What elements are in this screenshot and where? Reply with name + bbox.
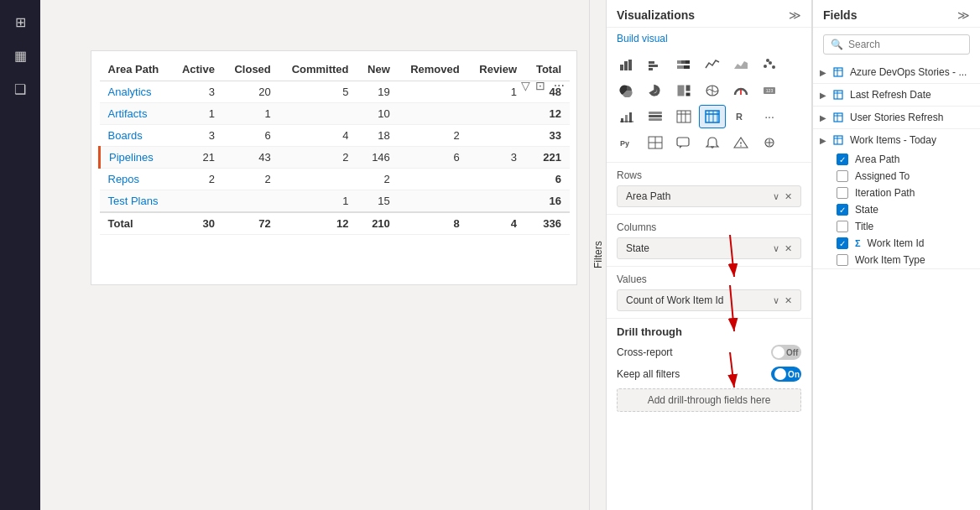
cross-report-toggle[interactable]: Off [771, 345, 801, 360]
area-path-link[interactable]: Boards [108, 129, 143, 142]
field-checkbox-4[interactable] [837, 221, 848, 232]
chart-smart-narr[interactable] [727, 131, 754, 154]
cell-removed [399, 103, 468, 125]
rows-chevron-icon[interactable]: ∨ [773, 191, 779, 202]
chart-clustered-bar[interactable] [642, 53, 669, 76]
svg-rect-16 [677, 85, 685, 96]
table-row[interactable]: Analytics320519148 [100, 81, 571, 103]
sidebar-icon-grid[interactable]: ⊞ [5, 7, 35, 37]
chart-card[interactable]: 123 [756, 79, 783, 102]
field-checkbox-3[interactable]: ✓ [837, 204, 848, 216]
field-checkbox-2[interactable] [837, 187, 848, 199]
field-item-3-5[interactable]: ✓ΣWork Item Id [813, 235, 980, 252]
cell-review: 3 [468, 147, 525, 169]
cell-new: 2 [357, 169, 399, 190]
field-item-3-6[interactable]: Work Item Type [813, 252, 980, 268]
cell-committed: 2 [279, 147, 357, 169]
rows-well[interactable]: Area Path ∨ ✕ [617, 185, 801, 207]
field-item-3-0[interactable]: ✓Area Path [813, 151, 980, 168]
chart-more[interactable]: ··· [756, 105, 783, 128]
chart-stacked-bar-100[interactable] [670, 53, 697, 76]
col-header-area-path: Area Path [100, 58, 171, 81]
field-item-3-3[interactable]: ✓State [813, 201, 980, 218]
table-row[interactable]: Pipelines2143214663221 [100, 147, 571, 169]
values-chevron-icon[interactable]: ∨ [773, 295, 779, 306]
field-checkbox-1[interactable] [837, 170, 848, 182]
svg-rect-44 [677, 138, 689, 146]
chart-slicer[interactable] [642, 105, 669, 128]
cell-area-path[interactable]: Pipelines [100, 147, 171, 169]
filters-sidebar[interactable]: Filters [589, 0, 606, 510]
chart-qa[interactable] [670, 131, 697, 154]
sidebar-icon-table[interactable]: ▦ [5, 40, 35, 70]
chart-stacked-bar[interactable] [613, 53, 640, 76]
field-group-header-3[interactable]: ▶Work Items - Today [813, 129, 980, 151]
cell-area-path[interactable]: Artifacts [100, 103, 171, 125]
field-item-3-2[interactable]: Iteration Path [813, 185, 980, 201]
values-close-icon[interactable]: ✕ [785, 295, 792, 306]
columns-close-icon[interactable]: ✕ [785, 243, 792, 254]
field-name-1: Assigned To [855, 170, 973, 182]
area-path-link[interactable]: Pipelines [109, 151, 154, 164]
area-path-link[interactable]: Artifacts [108, 107, 148, 120]
field-checkbox-0[interactable]: ✓ [837, 154, 848, 165]
chart-line[interactable] [699, 53, 726, 76]
chart-notif[interactable] [699, 131, 726, 154]
values-well[interactable]: Count of Work Item Id ∨ ✕ [617, 289, 801, 311]
chart-custom[interactable] [756, 131, 783, 154]
chart-matrix-btn[interactable] [699, 105, 726, 128]
svg-point-13 [769, 61, 772, 65]
chart-decomp-tree[interactable] [642, 131, 669, 154]
add-drillthrough-fields[interactable]: Add drill-through fields here [617, 388, 801, 412]
columns-chevron-icon[interactable]: ∨ [773, 243, 779, 254]
chart-gauge[interactable] [727, 79, 754, 102]
area-path-link[interactable]: Test Plans [108, 195, 159, 207]
search-input[interactable] [848, 39, 974, 50]
matrix-visual[interactable]: ▽ ⊡ ··· Area Path Active Closed Committe… [91, 50, 577, 285]
cell-area-path[interactable]: Analytics [100, 81, 171, 103]
drillthrough-title: Drill through [617, 325, 801, 338]
area-path-link[interactable]: Analytics [108, 86, 152, 98]
field-group-header-2[interactable]: ▶User Stories Refresh [813, 107, 980, 128]
chart-pie[interactable] [613, 79, 640, 102]
cross-report-value: Off [786, 348, 798, 357]
table-row[interactable]: Artifacts111012 [100, 103, 571, 125]
field-checkbox-5[interactable]: ✓ [837, 237, 848, 249]
cell-area-path[interactable]: Repos [100, 169, 171, 190]
chart-table[interactable] [670, 105, 697, 128]
col-header-active: Active [171, 58, 223, 81]
chart-donut[interactable] [642, 79, 669, 102]
chart-scatter[interactable] [756, 53, 783, 76]
field-item-3-1[interactable]: Assigned To [813, 168, 980, 185]
chart-python[interactable]: Py [613, 131, 640, 154]
build-visual-label[interactable]: Build visual [607, 28, 811, 49]
chart-kpi[interactable] [613, 105, 640, 128]
more-options-icon[interactable]: ··· [550, 76, 568, 95]
filter-icon[interactable]: ▽ [521, 79, 530, 92]
rows-close-icon[interactable]: ✕ [785, 191, 792, 202]
chart-treemap[interactable] [670, 79, 697, 102]
cross-report-label: Cross-report [617, 346, 673, 358]
search-box[interactable]: 🔍 [823, 34, 970, 55]
table-row[interactable]: Test Plans11516 [100, 190, 571, 213]
table-row[interactable]: Boards36418233 [100, 125, 571, 147]
field-group-header-1[interactable]: ▶Last Refresh Date [813, 84, 980, 106]
field-checkbox-6[interactable] [837, 254, 848, 266]
table-row[interactable]: Repos2226 [100, 169, 571, 190]
focus-icon[interactable]: ⊡ [535, 79, 545, 92]
keep-filters-toggle[interactable]: On [771, 367, 801, 382]
columns-well[interactable]: State ∨ ✕ [617, 237, 801, 259]
chart-r-script[interactable]: R [727, 105, 754, 128]
viz-panel-collapse-icon[interactable]: ≫ [789, 8, 801, 22]
field-group-header-0[interactable]: ▶Azure DevOps Stories - ... [813, 61, 980, 83]
cell-area-path[interactable]: Boards [100, 125, 171, 147]
area-path-link[interactable]: Repos [108, 173, 140, 185]
sidebar-icon-layers[interactable]: ❑ [5, 74, 35, 104]
fields-panel-collapse-icon[interactable]: ≫ [957, 8, 970, 22]
field-item-3-4[interactable]: Title [813, 218, 980, 235]
cell-area-path[interactable]: Test Plans [100, 190, 171, 213]
chart-map[interactable] [699, 79, 726, 102]
total-cell-review: 4 [468, 212, 525, 235]
chart-area[interactable] [727, 53, 754, 76]
cell-removed: 6 [399, 147, 468, 169]
